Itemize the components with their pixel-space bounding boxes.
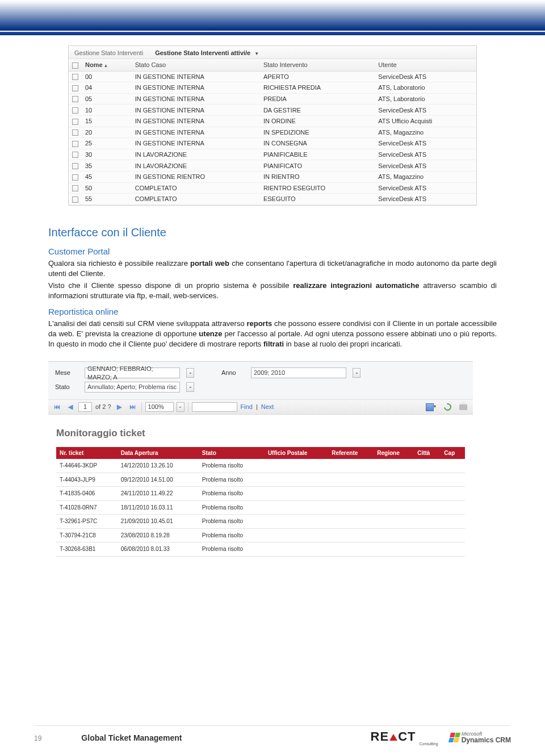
table-row[interactable]: T-44043-JLP909/12/2010 14.51.00Problema … bbox=[56, 473, 465, 487]
body-content: Interfacce con il Cliente Customer Porta… bbox=[48, 225, 497, 557]
view-picker-value[interactable]: Gestione Stato Interventi attivi/e bbox=[155, 49, 250, 56]
table-row[interactable]: T-30794-21C823/08/2010 8.19.28Problema r… bbox=[56, 528, 465, 542]
find-input[interactable] bbox=[192, 402, 237, 412]
crm-view-header: Gestione Stato Interventi Gestione Stato… bbox=[69, 46, 476, 59]
dropdown-icon[interactable]: ⌄ bbox=[353, 368, 360, 378]
section-heading: Interfacce con il Cliente bbox=[48, 225, 497, 240]
paragraph: Qualora sia richiesto è possibile realiz… bbox=[48, 258, 497, 278]
param-anno-field[interactable]: 2009; 2010 bbox=[251, 367, 346, 378]
checkbox-icon[interactable] bbox=[72, 174, 78, 181]
checkbox-icon[interactable] bbox=[72, 163, 78, 169]
zoom-select[interactable]: 100% bbox=[145, 402, 174, 412]
subheading-customer-portal: Customer Portal bbox=[48, 246, 497, 257]
first-page-button[interactable]: ⏮ bbox=[52, 402, 62, 412]
report-title: Monitoraggio ticket bbox=[56, 427, 465, 440]
sort-asc-icon: ▲ bbox=[104, 63, 108, 68]
react-logo: RECT Consulting bbox=[371, 729, 438, 746]
save-icon bbox=[426, 403, 434, 411]
separator bbox=[188, 402, 188, 412]
report-header-row: Nr. ticketData AperturaStatoUfficio Post… bbox=[56, 447, 465, 460]
ms-flag-icon bbox=[448, 733, 460, 742]
footer-divider bbox=[34, 725, 511, 726]
find-button[interactable]: Find bbox=[241, 403, 253, 411]
table-row[interactable]: 00IN GESTIONE INTERNAAPERTOServiceDesk A… bbox=[69, 71, 476, 82]
crm-grid-panel: Gestione Stato Interventi Gestione Stato… bbox=[68, 45, 477, 206]
checkbox-icon[interactable] bbox=[72, 152, 78, 158]
header-band-thin bbox=[0, 32, 545, 35]
triangle-icon bbox=[389, 734, 397, 741]
table-row[interactable]: T-32961-PS7C21/09/2010 10.45.01Problema … bbox=[56, 515, 465, 529]
ms-dynamics-logo: Microsoft Dynamics CRM bbox=[450, 732, 511, 744]
paragraph: L'analisi dei dati censiti sul CRM viene… bbox=[48, 319, 497, 349]
checkbox-icon[interactable] bbox=[72, 119, 78, 125]
report-col[interactable]: Data Apertura bbox=[118, 447, 199, 460]
table-row[interactable]: T-44646-3KDP14/12/2010 13.26.10Problema … bbox=[56, 459, 465, 473]
separator bbox=[141, 402, 142, 412]
report-toolbar: ⏮ ◀ 1 of 2 ? ▶ ⏭ 100% ⌄ Find | Next ▾ bbox=[48, 400, 473, 415]
checkbox-icon[interactable] bbox=[72, 85, 78, 91]
dropdown-icon[interactable]: ⌄ bbox=[186, 382, 194, 392]
footer-logos: RECT Consulting Microsoft Dynamics CRM bbox=[371, 729, 511, 746]
table-row[interactable]: 50COMPLETATORIENTRO ESEGUITOServiceDesk … bbox=[69, 182, 476, 194]
report-col[interactable]: Ufficio Postale bbox=[265, 447, 328, 460]
dropdown-icon[interactable]: ⌄ bbox=[177, 402, 185, 412]
report-params: Mese GENNAIO; FEBBRAIO; MARZO; A ⌄ Anno … bbox=[48, 362, 473, 400]
view-picker-label: Gestione Stato Interventi bbox=[74, 49, 143, 56]
table-row[interactable]: 20IN GESTIONE INTERNAIN SPEDIZIONEATS, M… bbox=[69, 127, 476, 138]
table-row[interactable]: 30IN LAVORAZIONEPIANIFICABILEServiceDesk… bbox=[69, 149, 476, 160]
report-col[interactable]: Città bbox=[414, 447, 441, 460]
page-footer: 19 Global Ticket Management RECT Consult… bbox=[0, 725, 545, 746]
param-stato-field[interactable]: Annullato; Aperto; Problema risc bbox=[85, 382, 180, 392]
checkbox-icon[interactable] bbox=[72, 141, 78, 147]
subheading-reportistica: Reportistica online bbox=[48, 306, 497, 318]
report-viewer: Mese GENNAIO; FEBBRAIO; MARZO; A ⌄ Anno … bbox=[48, 361, 473, 557]
table-row[interactable]: T-41835-040624/11/2010 11.49.22Problema … bbox=[56, 487, 465, 501]
checkbox-icon[interactable] bbox=[72, 197, 78, 203]
table-row[interactable]: 35IN LAVORAZIONEPIANIFICATOServiceDesk A… bbox=[69, 160, 476, 172]
prev-page-button[interactable]: ◀ bbox=[66, 402, 75, 412]
checkbox-icon[interactable] bbox=[72, 107, 78, 114]
print-button[interactable] bbox=[457, 402, 469, 412]
chevron-down-icon[interactable]: ▼ bbox=[254, 51, 259, 56]
table-row[interactable]: T-41028-0RN718/11/2010 16.03.11Problema … bbox=[56, 500, 465, 515]
table-row[interactable]: 10IN GESTIONE INTERNADA GESTIREServiceDe… bbox=[69, 105, 476, 116]
report-col[interactable]: Cap bbox=[441, 447, 465, 460]
report-table: Nr. ticketData AperturaStatoUfficio Post… bbox=[56, 447, 465, 557]
checkbox-icon[interactable] bbox=[72, 96, 78, 102]
checkbox-icon[interactable] bbox=[72, 130, 78, 136]
col-nome[interactable]: Nome▲ bbox=[82, 59, 132, 71]
report-col[interactable]: Nr. ticket bbox=[56, 447, 118, 460]
select-all-col[interactable] bbox=[69, 59, 82, 71]
checkbox-icon[interactable] bbox=[72, 185, 78, 191]
checkbox-icon[interactable] bbox=[72, 74, 78, 80]
find-next-button[interactable]: Next bbox=[261, 403, 274, 411]
refresh-button[interactable] bbox=[442, 402, 454, 412]
param-mese-field[interactable]: GENNAIO; FEBBRAIO; MARZO; A bbox=[85, 367, 180, 378]
print-icon bbox=[459, 404, 467, 410]
table-row[interactable]: 45IN GESTIONE RIENTROIN RIENTROATS, Maga… bbox=[69, 171, 476, 182]
page-number-input[interactable]: 1 bbox=[78, 402, 92, 412]
table-row[interactable]: 25IN GESTIONE INTERNAIN CONSEGNAServiceD… bbox=[69, 138, 476, 149]
dropdown-icon[interactable]: ⌄ bbox=[186, 368, 194, 378]
export-button[interactable]: ▾ bbox=[424, 402, 438, 412]
page-of-label: of 2 ? bbox=[95, 403, 111, 411]
param-anno-label: Anno bbox=[221, 369, 244, 377]
next-page-button[interactable]: ▶ bbox=[115, 402, 124, 412]
table-row[interactable]: T-30268-63B106/08/2010 8.01.33Problema r… bbox=[56, 542, 465, 557]
param-stato-label: Stato bbox=[55, 383, 78, 391]
table-row[interactable]: 04IN GESTIONE INTERNARICHIESTA PREDIAATS… bbox=[69, 82, 476, 94]
report-col[interactable]: Regione bbox=[374, 447, 414, 460]
table-row[interactable]: 55COMPLETATOESEGUITOServiceDesk ATS bbox=[69, 194, 476, 205]
report-col[interactable]: Referente bbox=[328, 447, 374, 460]
checkbox-icon[interactable] bbox=[72, 62, 78, 69]
report-col[interactable]: Stato bbox=[199, 447, 265, 460]
table-row[interactable]: 05IN GESTIONE INTERNAPREDIAATS, Laborato… bbox=[69, 93, 476, 105]
header-band bbox=[0, 0, 545, 31]
last-page-button[interactable]: ⏭ bbox=[127, 402, 138, 412]
col-utente[interactable]: Utente bbox=[375, 59, 476, 71]
col-stato-intervento[interactable]: Stato Intervento bbox=[260, 59, 375, 71]
col-stato-caso[interactable]: Stato Caso bbox=[132, 59, 260, 71]
table-row[interactable]: 15IN GESTIONE INTERNAIN ORDINEATS Uffici… bbox=[69, 115, 476, 127]
page-number: 19 bbox=[34, 734, 41, 742]
doc-title: Global Ticket Management bbox=[81, 733, 182, 742]
